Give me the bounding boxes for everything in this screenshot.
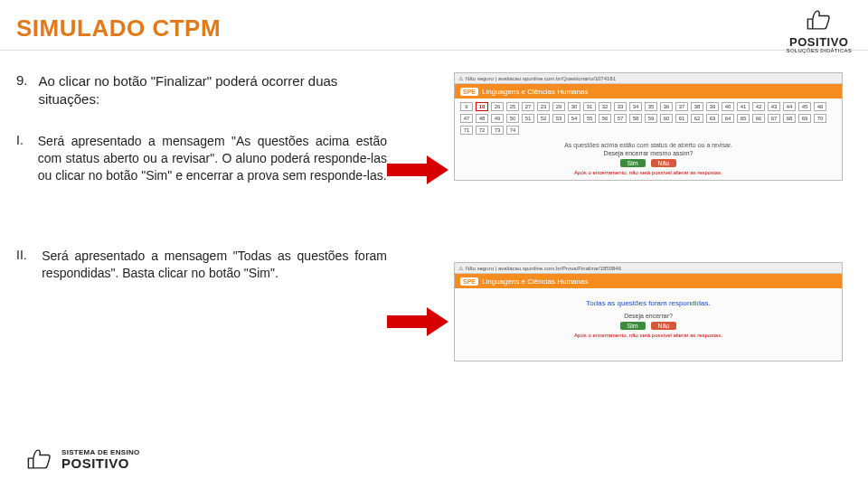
all-done-message: Todas as questões foram respondidas. <box>455 299 842 307</box>
confirm-buttons: Sim Não <box>458 322 838 330</box>
message-box: Deseja encerrar? Sim Não Após o encerram… <box>455 307 842 342</box>
exam-header-bar: SPE Linguagens e Ciências Humanas <box>455 84 842 99</box>
no-button[interactable]: Não <box>651 159 677 167</box>
yes-button[interactable]: Sim <box>620 322 646 330</box>
question-number[interactable]: 60 <box>660 114 673 123</box>
thumbs-up-icon <box>803 7 835 33</box>
step-9-number: 9. <box>16 72 28 108</box>
question-number[interactable]: 59 <box>645 114 657 123</box>
question-number[interactable]: 66 <box>752 114 765 123</box>
question-number[interactable]: 41 <box>737 102 750 111</box>
question-number[interactable]: 32 <box>599 102 611 111</box>
item-i-rn: I. <box>16 133 24 184</box>
question-number[interactable]: 35 <box>645 102 657 111</box>
question-number[interactable]: 67 <box>768 114 780 123</box>
question-number[interactable]: 68 <box>783 114 796 123</box>
confirm-question: Deseja encerrar mesmo assim? <box>458 150 838 156</box>
item-ii-text: Será apresentado a mensagem "Todas as qu… <box>42 248 387 282</box>
yes-button[interactable]: Sim <box>620 159 646 167</box>
warning-text: Após o encerramento, não será possível a… <box>458 170 838 175</box>
question-number[interactable]: 48 <box>476 114 488 123</box>
question-number[interactable]: 47 <box>460 114 473 123</box>
question-number[interactable]: 39 <box>706 102 719 111</box>
right-column: ⚠ Não seguro | avaliacao.sponline.com.br… <box>396 72 852 344</box>
question-number[interactable]: 73 <box>491 126 504 135</box>
slide-header: SIMULADO CTPM <box>0 0 868 51</box>
question-number[interactable]: 49 <box>491 114 504 123</box>
question-number[interactable]: 30 <box>568 102 580 111</box>
step-9-text: Ao clicar no botão "Finalizar" poderá oc… <box>39 72 387 108</box>
question-number[interactable]: 23 <box>537 102 550 111</box>
step-9: 9. Ao clicar no botão "Finalizar" poderá… <box>16 72 387 108</box>
screenshot-situation-2: ⚠ Não seguro | avaliacao.sponline.com.br… <box>454 262 843 361</box>
item-i-text: Será apresentado a mensagem "As questões… <box>38 133 387 184</box>
question-number[interactable]: 71 <box>460 126 473 135</box>
question-number[interactable]: 26 <box>491 102 504 111</box>
footer-line2: POSITIVO <box>61 456 140 470</box>
question-number[interactable]: 55 <box>583 114 596 123</box>
question-number[interactable]: 64 <box>722 114 734 123</box>
question-number[interactable]: 9 <box>460 102 473 111</box>
question-number[interactable]: 53 <box>552 114 565 123</box>
screenshot-situation-1: ⚠ Não seguro | avaliacao.sponline.com.br… <box>454 72 843 181</box>
question-number[interactable]: 10 <box>476 102 488 111</box>
exam-header-bar: SPE Linguagens e Ciências Humanas <box>455 274 842 288</box>
question-number[interactable]: 58 <box>629 114 642 123</box>
confirm-buttons: Sim Não <box>458 159 838 167</box>
slide-title: SIMULADO CTPM <box>16 14 852 42</box>
url-text: Não seguro | avaliacao.sponline.com.br/P… <box>466 266 621 271</box>
lock-warning-icon: ⚠ <box>458 75 463 81</box>
warning-text: Após o encerramento, não será possível a… <box>458 333 838 338</box>
question-number[interactable]: 25 <box>506 102 519 111</box>
question-number[interactable]: 62 <box>691 114 703 123</box>
question-number[interactable]: 44 <box>783 102 796 111</box>
spe-logo: SPE <box>460 277 478 286</box>
question-number[interactable]: 27 <box>522 102 534 111</box>
question-number[interactable]: 50 <box>506 114 519 123</box>
question-number[interactable]: 31 <box>583 102 596 111</box>
question-number[interactable]: 74 <box>506 126 519 135</box>
arrow-icon <box>387 155 450 184</box>
brand-sub: SOLUÇÕES DIDÁTICAS <box>787 48 852 53</box>
question-number[interactable]: 45 <box>798 102 811 111</box>
question-number[interactable]: 61 <box>675 114 688 123</box>
question-number[interactable]: 38 <box>691 102 703 111</box>
question-number[interactable]: 56 <box>599 114 611 123</box>
question-number[interactable]: 70 <box>814 114 826 123</box>
question-number-grid: 9102625272329303132333435363738394041424… <box>455 99 842 138</box>
exam-subject: Linguagens e Ciências Humanas <box>482 88 588 96</box>
question-number[interactable]: 63 <box>706 114 719 123</box>
brand-name: POSITIVO <box>787 36 852 48</box>
question-number[interactable]: 57 <box>614 114 627 123</box>
question-number[interactable]: 40 <box>722 102 734 111</box>
question-number[interactable]: 65 <box>737 114 750 123</box>
question-number[interactable]: 33 <box>614 102 627 111</box>
browser-urlbar: ⚠ Não seguro | avaliacao.sponline.com.br… <box>455 263 842 274</box>
question-number[interactable]: 43 <box>768 102 780 111</box>
question-number[interactable]: 34 <box>629 102 642 111</box>
no-button[interactable]: Não <box>651 322 677 330</box>
browser-urlbar: ⚠ Não seguro | avaliacao.sponline.com.br… <box>455 73 842 84</box>
question-number[interactable]: 37 <box>675 102 688 111</box>
exam-subject: Linguagens e Ciências Humanas <box>482 277 588 286</box>
question-number[interactable]: 46 <box>814 102 826 111</box>
status-message: As questões acima estão com status de ab… <box>458 142 838 148</box>
arrow-icon <box>387 307 450 336</box>
question-number[interactable]: 72 <box>476 126 488 135</box>
message-box: As questões acima estão com status de ab… <box>455 138 842 179</box>
question-number[interactable]: 54 <box>568 114 580 123</box>
lock-warning-icon: ⚠ <box>458 265 463 271</box>
question-number[interactable]: 36 <box>660 102 673 111</box>
question-number[interactable]: 29 <box>552 102 565 111</box>
left-column: 9. Ao clicar no botão "Finalizar" poderá… <box>16 72 387 344</box>
question-number[interactable]: 51 <box>522 114 534 123</box>
spe-logo: SPE <box>460 88 478 96</box>
thumbs-up-icon <box>24 446 56 472</box>
question-number[interactable]: 52 <box>537 114 550 123</box>
question-number[interactable]: 69 <box>798 114 811 123</box>
item-ii: II. Será apresentado a mensagem "Todas a… <box>16 248 387 282</box>
footer-logo: SISTEMA DE ENSINO POSITIVO <box>24 446 140 472</box>
confirm-question: Deseja encerrar? <box>458 313 838 319</box>
item-ii-rn: II. <box>16 248 27 282</box>
question-number[interactable]: 42 <box>752 102 765 111</box>
